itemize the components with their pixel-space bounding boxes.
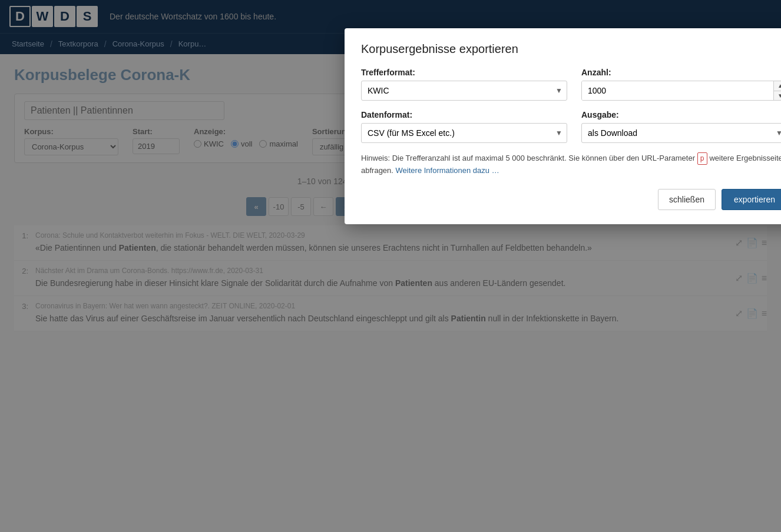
export-modal: Korpusergebnisse exportieren × Trefferfo…	[345, 28, 781, 224]
datenformat-field: Datenformat: CSV (für MS Excel etc.) JSO…	[361, 110, 567, 143]
modal-header: Korpusergebnisse exportieren ×	[361, 42, 781, 56]
datenformat-select[interactable]: CSV (für MS Excel etc.) JSON XML	[361, 123, 567, 143]
ausgabe-select-wrap: als Download im Browser ▼	[581, 123, 781, 143]
anzahl-field: Anzahl: ▲ ▼	[581, 68, 781, 101]
ausgabe-field: Ausgabe: als Download im Browser ▼	[581, 110, 781, 143]
modal-form: Trefferformat: KWIC voll maximal ▼ Anzah…	[361, 68, 781, 143]
anzahl-spinbox: ▲ ▼	[581, 81, 781, 101]
ausgabe-select[interactable]: als Download im Browser	[581, 123, 781, 143]
export-button[interactable]: exportieren	[722, 189, 781, 210]
modal-footer: schließen exportieren	[361, 189, 781, 210]
hint-text-before: Hinweis: Die Trefferanzahl ist auf maxim…	[361, 154, 697, 162]
hint-more-link[interactable]: Weitere Informationen dazu …	[396, 166, 499, 175]
modal-hint: Hinweis: Die Trefferanzahl ist auf maxim…	[361, 152, 781, 177]
trefferformat-select[interactable]: KWIC voll maximal	[361, 81, 567, 101]
trefferformat-label: Trefferformat:	[361, 68, 567, 77]
anzahl-increment[interactable]: ▲	[774, 81, 781, 91]
ausgabe-label: Ausgabe:	[581, 110, 781, 119]
hint-param-badge: p	[697, 152, 707, 165]
datenformat-select-wrap: CSV (für MS Excel etc.) JSON XML ▼	[361, 123, 567, 143]
anzahl-label: Anzahl:	[581, 68, 781, 77]
modal-title: Korpusergebnisse exportieren	[361, 42, 518, 56]
close-button[interactable]: schließen	[658, 189, 716, 210]
trefferformat-select-wrap: KWIC voll maximal ▼	[361, 81, 567, 101]
anzahl-input[interactable]	[582, 81, 773, 100]
trefferformat-field: Trefferformat: KWIC voll maximal ▼	[361, 68, 567, 101]
anzahl-decrement[interactable]: ▼	[774, 91, 781, 101]
datenformat-label: Datenformat:	[361, 110, 567, 119]
